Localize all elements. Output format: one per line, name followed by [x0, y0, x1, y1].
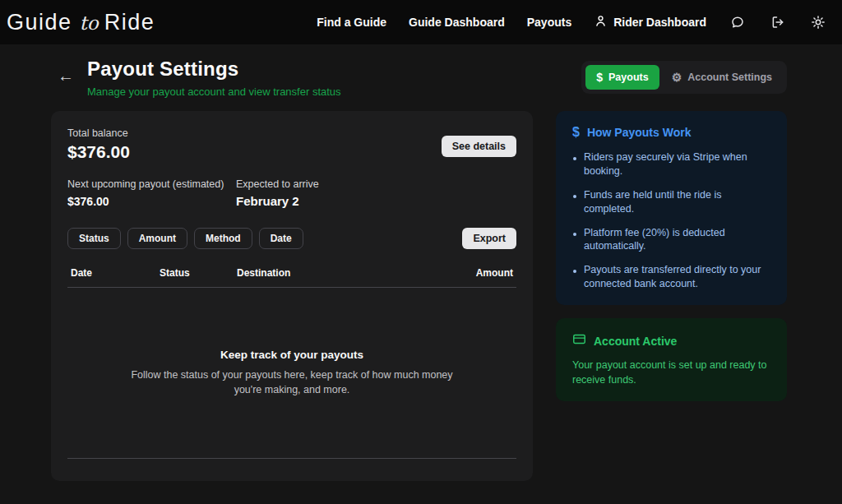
sidebar: $ How Payouts Work Riders pay securely v… [556, 111, 787, 401]
chat-button[interactable] [729, 13, 747, 31]
card-bottom-divider [67, 458, 516, 459]
tab-payouts-label: Payouts [608, 72, 649, 83]
empty-state-description: Follow the status of your payouts here, … [131, 368, 453, 397]
nav-rider-dashboard[interactable]: Rider Dashboard [594, 14, 706, 30]
filter-status-button[interactable]: Status [67, 228, 121, 249]
logout-button[interactable] [769, 13, 787, 31]
dollar-icon: $ [572, 125, 580, 140]
credit-card-icon [572, 332, 586, 349]
nav-links: Find a Guide Guide Dashboard Payouts Rid… [317, 13, 827, 31]
logo-to: to [80, 12, 99, 34]
app-logo[interactable]: Guide to Ride [7, 10, 155, 35]
expected-arrive-label: Expected to arrive [236, 178, 319, 190]
next-payout-section: Next upcoming payout (estimated) $376.00… [67, 178, 516, 208]
navbar: Guide to Ride Find a Guide Guide Dashboa… [0, 0, 842, 44]
sun-icon [811, 15, 826, 30]
expected-arrive-value: February 2 [236, 194, 319, 208]
total-balance-label: Total balance [67, 127, 130, 139]
list-item: Platform fee (20%) is deducted automatic… [572, 226, 770, 254]
filter-amount-button[interactable]: Amount [127, 228, 187, 249]
how-payouts-work-title: How Payouts Work [587, 126, 692, 139]
payouts-table-header: Date Status Destination Amount [67, 267, 516, 279]
page-subtitle: Manage your payout account and view tran… [87, 86, 341, 98]
tab-account-settings-label: Account Settings [687, 72, 772, 83]
column-header-date: Date [71, 267, 160, 279]
filter-date-button[interactable]: Date [259, 228, 303, 249]
filters-row: Status Amount Method Date Export [67, 228, 516, 249]
back-arrow-icon: ← [58, 67, 74, 85]
page-body: ← Payout Settings Manage your payout acc… [0, 58, 842, 481]
back-button[interactable]: ← [58, 67, 74, 84]
nav-guide-dashboard[interactable]: Guide Dashboard [409, 16, 505, 29]
empty-state-title: Keep track of your payouts [220, 349, 363, 361]
next-payout-label: Next upcoming payout (estimated) [67, 178, 236, 190]
column-header-amount: Amount [476, 267, 513, 279]
balance-section: Total balance $376.00 See details [67, 127, 516, 162]
account-active-title: Account Active [594, 335, 677, 348]
list-item: Payouts are transferred directly to your… [572, 263, 770, 291]
page-header: ← Payout Settings Manage your payout acc… [51, 58, 787, 98]
column-header-destination: Destination [237, 267, 476, 279]
logo-ride: Ride [104, 10, 155, 35]
logo-guide: Guide [7, 10, 72, 35]
account-active-description: Your payout account is set up and ready … [572, 358, 770, 387]
see-details-button[interactable]: See details [442, 136, 516, 157]
column-header-status: Status [160, 267, 237, 279]
logout-icon [770, 15, 785, 30]
total-balance-value: $376.00 [67, 142, 130, 162]
nav-find-a-guide[interactable]: Find a Guide [317, 16, 386, 29]
list-item: Riders pay securely via Stripe when book… [572, 150, 770, 178]
theme-toggle-button[interactable] [809, 13, 827, 31]
settings-tab-toggle: $ Payouts ⚙ Account Settings [581, 61, 787, 94]
page-title: Payout Settings [87, 58, 341, 81]
account-active-card: Account Active Your payout account is se… [556, 318, 787, 401]
tab-payouts[interactable]: $ Payouts [585, 65, 659, 90]
nav-rider-dashboard-label: Rider Dashboard [613, 16, 706, 29]
next-payout-value: $376.00 [67, 195, 236, 208]
nav-payouts[interactable]: Payouts [527, 16, 571, 29]
dollar-icon: $ [596, 71, 603, 84]
content-row: Total balance $376.00 See details Next u… [51, 111, 787, 481]
how-payouts-work-list: Riders pay securely via Stripe when book… [572, 150, 770, 291]
chat-icon [730, 15, 745, 30]
how-payouts-work-card: $ How Payouts Work Riders pay securely v… [556, 111, 787, 305]
payouts-card: Total balance $376.00 See details Next u… [51, 111, 533, 481]
list-item: Funds are held until the ride is complet… [572, 188, 770, 216]
filter-method-button[interactable]: Method [194, 228, 252, 249]
title-block: Payout Settings Manage your payout accou… [87, 58, 341, 98]
tab-account-settings[interactable]: ⚙ Account Settings [661, 66, 783, 89]
person-icon [594, 14, 608, 30]
payout-settings-screen: Guide to Ride Find a Guide Guide Dashboa… [0, 0, 842, 504]
gear-icon: ⚙ [672, 72, 682, 83]
export-button[interactable]: Export [462, 228, 516, 249]
payouts-empty-state: Keep track of your payouts Follow the st… [67, 288, 516, 458]
